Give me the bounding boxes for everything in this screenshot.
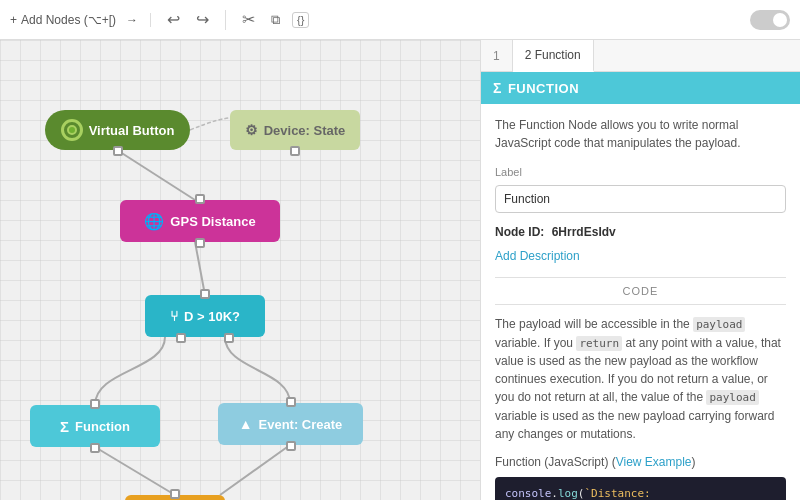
panel-title: FUNCTION bbox=[508, 81, 579, 96]
panel-header: Σ FUNCTION bbox=[481, 72, 800, 104]
virtual-btn-inner bbox=[67, 125, 77, 135]
port-bottom-left-d10k bbox=[176, 333, 186, 343]
toolbar: + Add Nodes (⌥+[) → ↩ ↪ ✂ ⧉ {} bbox=[0, 0, 800, 40]
add-nodes-label: Add Nodes (⌥+[) bbox=[21, 13, 116, 27]
port-bottom-ds bbox=[290, 146, 300, 156]
gps-icon: 🌐 bbox=[144, 212, 164, 231]
port-top-gps bbox=[195, 194, 205, 204]
node-id-display: Node ID: 6HrrdEsIdv bbox=[495, 223, 786, 241]
view-example-link[interactable]: View Example bbox=[616, 455, 692, 469]
func-label: Function (JavaScript) (View Example) bbox=[495, 453, 786, 471]
add-nodes-btn[interactable]: + Add Nodes (⌥+[) → bbox=[10, 13, 151, 27]
port-bottom-right-d10k bbox=[224, 333, 234, 343]
node-event-label: Event: Create bbox=[259, 417, 343, 432]
port-top-bottom bbox=[170, 489, 180, 499]
svg-line-0 bbox=[117, 150, 195, 200]
port-bottom-gps bbox=[195, 238, 205, 248]
node-event-create[interactable]: ▲ Event: Create bbox=[218, 403, 363, 445]
node-d10k-label: D > 10K? bbox=[184, 309, 240, 324]
node-virtual-button-label: Virtual Button bbox=[89, 123, 175, 138]
node-function[interactable]: Σ Function bbox=[30, 405, 160, 447]
tab-2-label: 2 Function bbox=[525, 48, 581, 62]
toggle-switch[interactable] bbox=[750, 10, 790, 30]
arrow-icon: → bbox=[126, 13, 138, 27]
gear-icon: ⚙ bbox=[245, 122, 258, 138]
code-section-header: CODE bbox=[495, 277, 786, 306]
node-function-label: Function bbox=[75, 419, 130, 434]
port-bottom-event bbox=[286, 441, 296, 451]
code-description: The payload will be accessible in the pa… bbox=[495, 315, 786, 443]
panel-body: The Function Node allows you to write no… bbox=[481, 104, 800, 500]
sigma-icon-header: Σ bbox=[493, 80, 502, 96]
sigma-icon-function: Σ bbox=[60, 418, 69, 435]
cut-button[interactable]: ✂ bbox=[238, 8, 259, 31]
node-d10k[interactable]: ⑂ D > 10K? bbox=[145, 295, 265, 337]
panel-tab-bar: 1 2 Function bbox=[481, 40, 800, 72]
code-block: console.log(`Distance: ${payload.working… bbox=[495, 477, 786, 501]
node-gps-label: GPS Distance bbox=[170, 214, 255, 229]
code-line-1: console.log(`Distance: ${payload.working… bbox=[505, 485, 776, 501]
code-button[interactable]: {} bbox=[292, 12, 309, 28]
tab-1-label: 1 bbox=[493, 49, 500, 63]
divider bbox=[225, 10, 226, 30]
port-top-d10k bbox=[200, 289, 210, 299]
port-top-func bbox=[90, 399, 100, 409]
panel-description: The Function Node allows you to write no… bbox=[495, 116, 786, 152]
node-id-value: 6HrrdEsIdv bbox=[552, 225, 616, 239]
copy-button[interactable]: ⧉ bbox=[267, 10, 284, 30]
label-field-label: Label bbox=[495, 164, 786, 181]
node-id-prefix: Node ID: bbox=[495, 225, 544, 239]
node-device-state-label: Device: State bbox=[264, 123, 346, 138]
node-virtual-button[interactable]: Virtual Button bbox=[45, 110, 190, 150]
node-bottom[interactable] bbox=[125, 495, 225, 500]
port-bottom-func bbox=[90, 443, 100, 453]
port-top-event bbox=[286, 397, 296, 407]
event-icon: ▲ bbox=[239, 416, 253, 432]
virtual-btn-icon bbox=[61, 119, 83, 141]
add-description-link[interactable]: Add Description bbox=[495, 247, 786, 265]
branch-icon: ⑂ bbox=[170, 308, 178, 324]
port-bottom bbox=[113, 146, 123, 156]
label-input[interactable] bbox=[495, 185, 786, 213]
svg-line-3 bbox=[220, 445, 290, 495]
svg-line-1 bbox=[195, 242, 205, 295]
svg-line-2 bbox=[95, 447, 175, 495]
func-label-text: Function (JavaScript) bbox=[495, 455, 608, 469]
workflow-canvas[interactable]: Virtual Button ⚙ Device: State 🌐 GPS Dis… bbox=[0, 40, 480, 500]
right-panel: 1 2 Function Σ FUNCTION The Function Nod… bbox=[480, 40, 800, 500]
tab-1[interactable]: 1 bbox=[481, 40, 513, 71]
tab-2-function[interactable]: 2 Function bbox=[513, 40, 594, 72]
undo-button[interactable]: ↩ bbox=[163, 8, 184, 31]
node-gps-distance[interactable]: 🌐 GPS Distance bbox=[120, 200, 280, 242]
plus-icon: + bbox=[10, 13, 17, 27]
redo-button[interactable]: ↪ bbox=[192, 8, 213, 31]
node-device-state[interactable]: ⚙ Device: State bbox=[230, 110, 360, 150]
